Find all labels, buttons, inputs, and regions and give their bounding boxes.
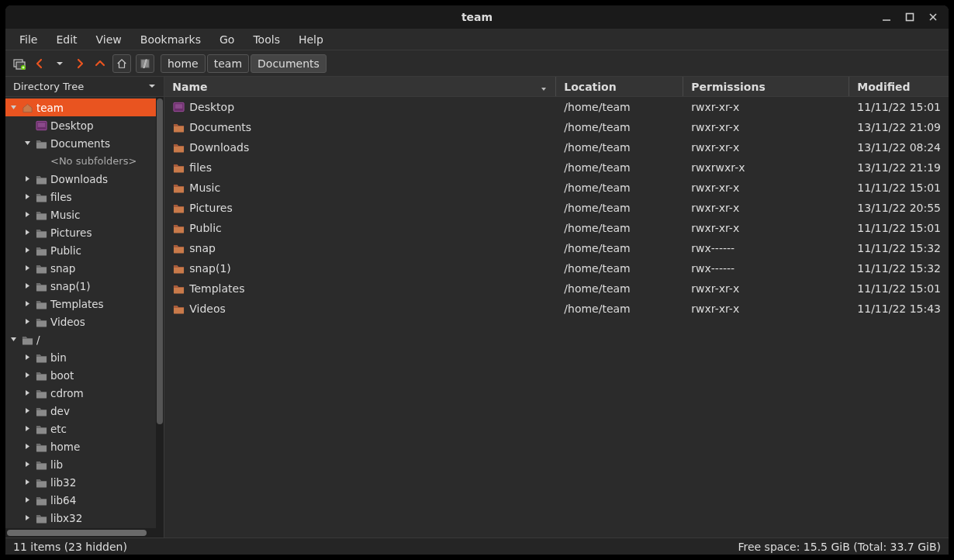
tree-item-downloads[interactable]: Downloads xyxy=(5,170,164,188)
tree-item-dev[interactable]: dev xyxy=(5,402,164,420)
expand-icon[interactable] xyxy=(22,496,32,505)
tree-item-etc[interactable]: etc xyxy=(5,420,164,437)
maximize-button[interactable] xyxy=(904,11,916,23)
menu-help[interactable]: Help xyxy=(291,31,331,48)
collapse-icon[interactable] xyxy=(9,103,18,112)
breadcrumb-segment-home[interactable]: home xyxy=(161,54,206,73)
folder-dark-icon xyxy=(35,423,47,435)
tree-no-subfolders: <No subfolders> xyxy=(5,152,164,170)
expand-icon[interactable] xyxy=(22,192,32,202)
file-row[interactable]: Templates/home/teamrwxr-xr-x11/11/22 15:… xyxy=(164,278,949,299)
tree-item-bin[interactable]: bin xyxy=(5,348,164,366)
file-row[interactable]: Documents/home/teamrwxr-xr-x13/11/22 21:… xyxy=(164,117,949,137)
titlebar[interactable]: team xyxy=(5,5,949,29)
tree-no-subfolders-label: <No subfolders> xyxy=(50,155,137,167)
file-name: snap xyxy=(189,242,216,254)
tree-item-cdrom[interactable]: cdrom xyxy=(5,384,164,402)
tree-item-files[interactable]: files xyxy=(5,188,164,206)
folder-dark-icon xyxy=(35,351,47,364)
file-row[interactable]: Pictures/home/teamrwxr-xr-x13/11/22 20:5… xyxy=(164,198,949,218)
expand-icon[interactable] xyxy=(22,460,32,469)
menu-view[interactable]: View xyxy=(88,31,130,48)
expand-icon[interactable] xyxy=(22,406,32,416)
new-tab-button[interactable] xyxy=(12,56,27,71)
menu-edit[interactable]: Edit xyxy=(48,31,85,48)
tree-item-documents[interactable]: Documents xyxy=(5,134,164,152)
expand-icon[interactable] xyxy=(22,264,32,273)
expand-icon[interactable] xyxy=(22,442,32,451)
column-header-name[interactable]: Name xyxy=(164,77,556,96)
expand-icon[interactable] xyxy=(22,513,32,523)
file-row[interactable]: Downloads/home/teamrwxr-xr-x13/11/22 08:… xyxy=(164,137,949,157)
expand-icon[interactable] xyxy=(22,282,32,291)
expand-icon[interactable] xyxy=(22,175,32,184)
expand-icon[interactable] xyxy=(22,317,32,327)
file-row[interactable]: Public/home/teamrwxr-xr-x11/11/22 15:01 xyxy=(164,218,949,238)
nav-home-button[interactable] xyxy=(112,54,131,73)
tree-item-label: boot xyxy=(50,369,74,382)
directory-tree[interactable]: teamDesktopDocuments<No subfolders>Downl… xyxy=(5,97,164,528)
minimize-button[interactable] xyxy=(880,11,893,23)
close-button[interactable] xyxy=(927,11,939,23)
tree-item-desktop[interactable]: Desktop xyxy=(5,116,164,134)
tree-item-boot[interactable]: boot xyxy=(5,366,164,384)
history-dropdown-button[interactable] xyxy=(52,56,67,71)
tree-item-templates[interactable]: Templates xyxy=(5,295,164,313)
tree-item-lib64[interactable]: lib64 xyxy=(5,491,164,509)
menu-go[interactable]: Go xyxy=(212,31,242,48)
column-header-modified[interactable]: Modified xyxy=(849,77,949,96)
file-location: /home/team xyxy=(556,181,683,194)
file-row[interactable]: Music/home/teamrwxr-xr-x11/11/22 15:01 xyxy=(164,178,949,198)
file-row[interactable]: files/home/teamrwxrwxr-x13/11/22 21:19 xyxy=(164,157,949,178)
tree-item-team[interactable]: team xyxy=(5,99,164,116)
expand-icon[interactable] xyxy=(22,210,32,220)
tree-item-label: files xyxy=(50,191,72,203)
menu-file[interactable]: File xyxy=(12,31,45,48)
file-row[interactable]: snap/home/teamrwx------11/11/22 15:32 xyxy=(164,238,949,258)
sidebar-mode-dropdown-icon[interactable] xyxy=(148,81,156,92)
folder-icon xyxy=(172,161,185,174)
breadcrumb-segment-team[interactable]: team xyxy=(207,54,249,73)
folder-dark-icon xyxy=(35,316,47,328)
file-rows[interactable]: Desktop/home/teamrwxr-xr-x11/11/22 15:01… xyxy=(164,97,949,538)
menu-tools[interactable]: Tools xyxy=(245,31,288,48)
expand-icon[interactable] xyxy=(22,478,32,487)
file-row[interactable]: Videos/home/teamrwxr-xr-x11/11/22 15:43 xyxy=(164,299,949,319)
column-header-permissions[interactable]: Permissions xyxy=(683,77,849,96)
expand-icon[interactable] xyxy=(22,246,32,255)
menu-bookmarks[interactable]: Bookmarks xyxy=(133,31,209,48)
tree-item-public[interactable]: Public xyxy=(5,241,164,259)
breadcrumb-root-button[interactable]: / xyxy=(136,54,154,73)
nav-back-button[interactable] xyxy=(32,56,47,71)
tree-item-snap-1-[interactable]: snap(1) xyxy=(5,277,164,295)
file-name: snap(1) xyxy=(189,262,230,275)
tree-item-pictures[interactable]: Pictures xyxy=(5,223,164,241)
expand-icon[interactable] xyxy=(22,299,32,309)
sidebar-scrollbar-thumb[interactable] xyxy=(157,99,163,424)
expand-icon[interactable] xyxy=(22,424,32,434)
tree-item-lib[interactable]: lib xyxy=(5,455,164,473)
sidebar-hscrollbar-thumb[interactable] xyxy=(7,530,147,536)
tree-item-lib32[interactable]: lib32 xyxy=(5,473,164,491)
file-row[interactable]: snap(1)/home/teamrwx------11/11/22 15:32 xyxy=(164,258,949,278)
file-row[interactable]: Desktop/home/teamrwxr-xr-x11/11/22 15:01 xyxy=(164,97,949,117)
expand-icon[interactable] xyxy=(22,228,32,237)
sidebar-scrollbar[interactable] xyxy=(156,97,164,528)
sidebar-header[interactable]: Directory Tree xyxy=(5,77,164,97)
tree-item--[interactable]: / xyxy=(5,330,164,348)
column-header-location[interactable]: Location xyxy=(556,77,683,96)
sidebar-hscrollbar[interactable] xyxy=(5,528,164,538)
expand-icon[interactable] xyxy=(22,353,32,362)
tree-item-snap[interactable]: snap xyxy=(5,259,164,277)
tree-item-music[interactable]: Music xyxy=(5,206,164,223)
tree-item-home[interactable]: home xyxy=(5,437,164,455)
nav-forward-button[interactable] xyxy=(72,56,88,71)
nav-up-button[interactable] xyxy=(92,56,108,71)
expand-icon[interactable] xyxy=(22,371,32,380)
breadcrumb-segment-documents[interactable]: Documents xyxy=(251,54,327,73)
tree-item-libx32[interactable]: libx32 xyxy=(5,509,164,527)
tree-item-videos[interactable]: Videos xyxy=(5,313,164,330)
expand-icon[interactable] xyxy=(22,389,32,398)
collapse-icon[interactable] xyxy=(22,139,32,148)
collapse-icon[interactable] xyxy=(9,335,18,344)
